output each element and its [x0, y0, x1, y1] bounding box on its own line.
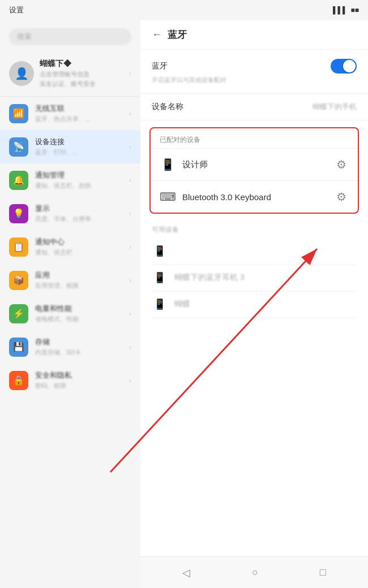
device-name-value: 蝴蝶下的手机 [313, 102, 357, 112]
sidebar-item-notifications-text: 通知管理 通知、状态栏、勿扰 [35, 170, 122, 190]
home-nav-icon: ○ [252, 567, 258, 578]
sidebar-item-notification-center[interactable]: 📋 通知中心 通知、状态栏 › [0, 230, 140, 263]
right-content: 蓝牙 开启蓝牙以与其他设备配对 设备名称 蝴蝶下的手机 已配对的设备 📱 设计师 [140, 50, 368, 588]
available-device-2-name: 蝴蝶下的蓝牙耳机 3 [174, 273, 245, 283]
paired-device-2[interactable]: ⌨ Bluetooth 3.0 Keyboard ⚙ [151, 180, 358, 213]
wireless-icon: 📶 [9, 104, 28, 123]
paired-devices-header-label: 已配对的设备 [160, 136, 200, 144]
available-device-2: 📱 蝴蝶下的蓝牙耳机 3 [152, 265, 357, 291]
back-nav-button[interactable]: ◁ [182, 567, 190, 579]
right-header: ← 蓝牙 [140, 20, 368, 50]
sidebar-item-device-sub: 蓝牙、打印、... [35, 148, 122, 157]
sidebar-item-storage-title: 存储 [35, 337, 122, 347]
bluetooth-toggle-label: 蓝牙 [152, 61, 168, 71]
notification-center-icon: 📋 [9, 237, 28, 257]
status-bar: 设置 ▌▌▌ ■■ [0, 0, 368, 20]
bluetooth-toggle-switch[interactable] [331, 59, 357, 74]
sidebar-item-device-connect[interactable]: 📡 设备连接 蓝牙、打印、... › [0, 130, 140, 163]
sidebar-item-display[interactable]: 💡 显示 亮度、字体、分辨率 › [0, 197, 140, 230]
sidebar-item-security[interactable]: 🔒 安全和隐私 密码、权限 › [0, 364, 140, 397]
available-device-1: 📱 [152, 238, 357, 265]
bluetooth-toggle-section: 蓝牙 开启蓝牙以与其他设备配对 [140, 50, 368, 94]
profile-info: 蝴蝶下◆ 点击管理账号信息 实名认证、账号安全 [40, 59, 123, 88]
sidebar-item-apps-sub: 应用管理、权限 [35, 282, 122, 290]
sidebar-item-storage-text: 存储 内置存储、SD卡 [35, 337, 122, 357]
security-arrow-icon: › [129, 377, 131, 384]
sidebar-item-storage[interactable]: 💾 存储 内置存储、SD卡 › [0, 330, 140, 364]
search-input[interactable]: 搜索 [9, 28, 131, 45]
sidebar-item-security-title: 安全和隐私 [35, 370, 122, 381]
notifications-arrow-icon: › [129, 176, 131, 184]
sidebar-item-wireless-title: 无线互联 [35, 103, 122, 114]
bluetooth-toggle-row: 蓝牙 [152, 59, 357, 74]
sidebar-item-nc-sub: 通知、状态栏 [35, 248, 122, 257]
available-device-3-icon: 📱 [152, 298, 168, 310]
sidebar-item-apps-title: 应用 [35, 270, 122, 280]
sidebar-item-storage-sub: 内置存储、SD卡 [35, 348, 122, 357]
device-connect-icon: 📡 [9, 137, 28, 157]
storage-icon: 💾 [9, 338, 28, 357]
sidebar-item-apps[interactable]: 📦 应用 应用管理、权限 › [0, 263, 140, 297]
sidebar-item-security-sub: 密码、权限 [35, 382, 122, 390]
sidebar-profile[interactable]: 👤 蝴蝶下◆ 点击管理账号信息 实名认证、账号安全 › [0, 51, 140, 97]
back-button[interactable]: ← [152, 29, 162, 41]
security-icon: 🔒 [9, 371, 28, 390]
sidebar-item-display-sub: 亮度、字体、分辨率 [35, 215, 122, 223]
available-device-2-icon: 📱 [152, 271, 168, 284]
paired-devices-section: 已配对的设备 📱 设计师 ⚙ ⌨ Bluetooth 3.0 Keyboard … [149, 127, 359, 214]
sidebar-item-display-title: 显示 [35, 204, 122, 214]
paired-device-2-settings-button[interactable]: ⚙ [334, 189, 349, 205]
device-arrow-icon: › [129, 143, 131, 151]
paired-device-1-phone-icon: 📱 [160, 158, 176, 171]
sidebar-item-wireless[interactable]: 📶 无线互联 蓝牙、热点共享、... › [0, 97, 140, 130]
profile-sub1: 点击管理账号信息 [40, 70, 123, 79]
available-devices-header-label: 可用设备 [152, 225, 357, 235]
battery-icon: ■■ [351, 6, 360, 14]
back-nav-icon: ◁ [182, 567, 190, 579]
paired-device-2-name: Bluetooth 3.0 Keyboard [182, 192, 327, 202]
sidebar-header: 搜索 [0, 20, 140, 51]
right-panel-title: 蓝牙 [168, 28, 187, 41]
home-nav-button[interactable]: ○ [252, 567, 258, 578]
status-bar-right: ▌▌▌ ■■ [333, 6, 359, 14]
battery-sidebar-icon: ⚡ [9, 304, 28, 323]
sidebar-item-wireless-text: 无线互联 蓝牙、热点共享、... [35, 103, 122, 123]
bluetooth-sub-text: 开启蓝牙以与其他设备配对 [152, 76, 357, 84]
sidebar-item-notifications[interactable]: 🔔 通知管理 通知、状态栏、勿扰 › [0, 163, 140, 197]
sidebar-item-device-text: 设备连接 蓝牙、打印、... [35, 137, 122, 157]
profile-name: 蝴蝶下◆ [40, 59, 123, 69]
paired-device-2-keyboard-icon: ⌨ [160, 190, 176, 204]
main-layout: 搜索 👤 蝴蝶下◆ 点击管理账号信息 实名认证、账号安全 › 📶 无线互联 蓝牙… [0, 20, 368, 588]
sidebar-item-device-title: 设备连接 [35, 137, 122, 147]
storage-arrow-icon: › [129, 343, 131, 351]
nc-arrow-icon: › [129, 243, 131, 251]
available-device-3-name: 蝴蝶 [174, 299, 190, 309]
profile-sub2: 实名认证、账号安全 [40, 80, 123, 88]
sidebar-item-battery-title: 电量和性能 [35, 304, 122, 314]
sidebar-item-battery-text: 电量和性能 省电模式、性能 [35, 304, 122, 323]
notifications-icon: 🔔 [9, 171, 28, 190]
profile-arrow-icon: › [129, 70, 131, 77]
recents-nav-button[interactable]: □ [320, 567, 326, 578]
signal-icon: ▌▌▌ [333, 6, 348, 14]
right-panel: ← 蓝牙 蓝牙 开启蓝牙以与其他设备配对 设备名称 蝴蝶下的手机 已配对的设备 [140, 20, 368, 588]
sidebar-item-nc-title: 通知中心 [35, 237, 122, 247]
display-icon: 💡 [9, 204, 28, 223]
available-devices-section: 可用设备 📱 📱 蝴蝶下的蓝牙耳机 3 📱 蝴蝶 [140, 220, 368, 318]
apps-icon: 📦 [9, 271, 28, 290]
display-arrow-icon: › [129, 210, 131, 218]
battery-arrow-icon: › [129, 310, 131, 318]
bottom-navigation-bar: ◁ ○ □ [140, 556, 368, 588]
sidebar-item-nc-text: 通知中心 通知、状态栏 [35, 237, 122, 257]
available-device-1-icon: 📱 [152, 245, 168, 257]
paired-device-1[interactable]: 📱 设计师 ⚙ [151, 148, 358, 180]
device-name-label: 设备名称 [152, 102, 183, 112]
sidebar-item-display-text: 显示 亮度、字体、分辨率 [35, 204, 122, 223]
device-name-row[interactable]: 设备名称 蝴蝶下的手机 [140, 94, 368, 120]
apps-arrow-icon: › [129, 276, 131, 284]
sidebar-item-battery[interactable]: ⚡ 电量和性能 省电模式、性能 › [0, 297, 140, 330]
sidebar-item-apps-text: 应用 应用管理、权限 [35, 270, 122, 290]
sidebar-item-wireless-sub: 蓝牙、热点共享、... [35, 115, 122, 123]
sidebar-item-battery-sub: 省电模式、性能 [35, 315, 122, 323]
paired-device-1-settings-button[interactable]: ⚙ [334, 157, 349, 172]
